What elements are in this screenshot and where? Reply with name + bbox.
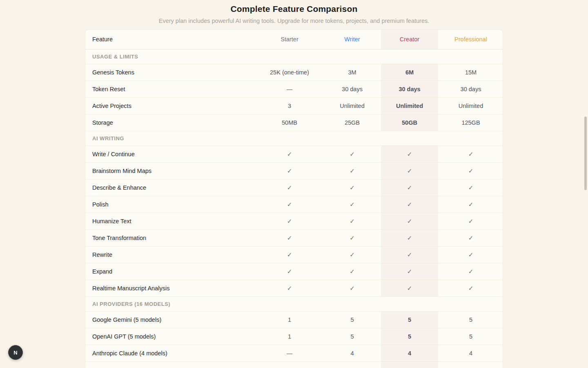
table-row: Write / Continue✓✓✓✓ — [85, 146, 503, 162]
table-row: Anthropic Claude (4 models)—444 — [85, 345, 503, 361]
feature-value-cell: 4 — [323, 345, 381, 361]
feature-value-cell: 125GB — [438, 114, 503, 131]
check-icon: ✓ — [350, 201, 355, 208]
feature-name — [85, 361, 256, 368]
feature-check-cell: ✓ — [438, 246, 503, 263]
feature-value-cell: 5 — [381, 328, 438, 345]
check-icon: ✓ — [468, 184, 474, 191]
feature-check-cell: ✓ — [323, 263, 381, 280]
feature-value-cell: 30 days — [323, 81, 381, 97]
feature-check-cell: ✓ — [438, 179, 503, 196]
feature-value-cell: 6M — [381, 64, 438, 81]
feature-comparison-table: Feature Starter Writer Creator Professio… — [85, 30, 503, 368]
check-icon: ✓ — [287, 150, 292, 157]
feature-check-cell: ✓ — [256, 246, 323, 263]
feature-check-cell: ✓ — [438, 229, 503, 246]
check-icon: ✓ — [350, 268, 355, 275]
feature-value-cell: 5 — [381, 311, 438, 328]
check-icon: ✓ — [350, 184, 355, 191]
feature-check-cell: ✓ — [438, 162, 503, 179]
feature-check-cell: ✓ — [381, 263, 438, 280]
feature-value-cell: Unlimited — [323, 97, 381, 114]
check-icon: ✓ — [287, 268, 292, 275]
feature-value-cell: 5 — [323, 311, 381, 328]
feature-check-cell: ✓ — [323, 246, 381, 263]
check-icon: ✓ — [407, 218, 412, 224]
table-row: Token Reset—30 days30 days30 days — [85, 81, 503, 97]
feature-value-cell: Unlimited — [438, 97, 503, 114]
feature-value-cell: 4 — [438, 345, 503, 361]
page-subtitle: Every plan includes powerful AI writing … — [0, 18, 588, 24]
plan-header-starter: Starter — [256, 30, 323, 49]
feature-check-cell: ✓ — [323, 146, 381, 162]
check-icon: ✓ — [407, 184, 412, 191]
feature-check-cell: ✓ — [256, 229, 323, 246]
feature-column-header: Feature — [85, 30, 256, 49]
feature-check-cell: ✓ — [256, 280, 323, 296]
check-icon: ✓ — [407, 167, 412, 174]
check-icon: ✓ — [287, 167, 292, 174]
feature-name: Active Projects — [85, 97, 256, 114]
feature-check-cell: ✓ — [381, 229, 438, 246]
check-icon: ✓ — [407, 268, 412, 275]
feature-check-cell: ✓ — [381, 246, 438, 263]
section-header-row: AI WRITING — [85, 131, 503, 146]
comparison-table-card: Feature Starter Writer Creator Professio… — [85, 29, 503, 368]
feature-value-cell: 3 — [256, 97, 323, 114]
feature-comparison-page: Complete Feature Comparison Every plan i… — [0, 0, 588, 368]
check-icon: ✓ — [468, 234, 474, 241]
feature-name: Anthropic Claude (4 models) — [85, 345, 256, 361]
plan-header-writer: Writer — [323, 30, 381, 49]
check-icon: ✓ — [350, 251, 355, 258]
table-row: OpenAI GPT (5 models)1555 — [85, 328, 503, 345]
feature-value-cell: 30 days — [438, 81, 503, 97]
feature-name: Rewrite — [85, 246, 256, 263]
feature-check-cell: ✓ — [323, 196, 381, 213]
feature-value-cell: 1 — [256, 311, 323, 328]
feature-name: Token Reset — [85, 81, 256, 97]
check-icon: ✓ — [287, 285, 292, 292]
feature-check-cell: ✓ — [323, 280, 381, 296]
feature-value-cell: 3M — [323, 64, 381, 81]
table-row: Polish✓✓✓✓ — [85, 196, 503, 213]
feature-check-cell: ✓ — [323, 179, 381, 196]
feature-check-cell: ✓ — [323, 213, 381, 229]
table-row: Brainstorm Mind Maps✓✓✓✓ — [85, 162, 503, 179]
table-row: Storage50MB25GB50GB125GB — [85, 114, 503, 131]
check-icon: ✓ — [407, 150, 412, 157]
feature-name: Genesis Tokens — [85, 64, 256, 81]
feature-check-cell: ✓ — [256, 162, 323, 179]
feature-check-cell: ✓ — [438, 263, 503, 280]
feature-value-cell — [438, 361, 503, 368]
page-scrollbar-thumb[interactable] — [584, 117, 587, 190]
floating-action-button[interactable]: N — [8, 345, 23, 360]
check-icon: ✓ — [407, 251, 412, 258]
table-body: USAGE & LIMITSGenesis Tokens25K (one-tim… — [85, 49, 503, 368]
table-row: Rewrite✓✓✓✓ — [85, 246, 503, 263]
check-icon: ✓ — [287, 201, 292, 208]
feature-value-cell: 5 — [323, 328, 381, 345]
floating-action-label: N — [13, 350, 17, 356]
feature-value-cell: Unlimited — [381, 97, 438, 114]
table-row: Describe & Enhance✓✓✓✓ — [85, 179, 503, 196]
feature-check-cell: ✓ — [256, 263, 323, 280]
check-icon: ✓ — [350, 285, 355, 292]
check-icon: ✓ — [407, 201, 412, 208]
page-header: Complete Feature Comparison Every plan i… — [0, 0, 588, 24]
feature-value-cell: — — [256, 345, 323, 361]
feature-name: Tone Transformation — [85, 229, 256, 246]
feature-check-cell: ✓ — [438, 280, 503, 296]
feature-check-cell: ✓ — [256, 146, 323, 162]
table-row: Genesis Tokens25K (one-time)3M6M15M — [85, 64, 503, 81]
check-icon: ✓ — [468, 268, 474, 275]
feature-check-cell: ✓ — [256, 213, 323, 229]
check-icon: ✓ — [350, 150, 355, 157]
feature-check-cell: ✓ — [438, 146, 503, 162]
check-icon: ✓ — [350, 167, 355, 174]
feature-check-cell: ✓ — [381, 196, 438, 213]
check-icon: ✓ — [287, 218, 292, 224]
table-row: Humanize Text✓✓✓✓ — [85, 213, 503, 229]
feature-name: OpenAI GPT (5 models) — [85, 328, 256, 345]
feature-name: Expand — [85, 263, 256, 280]
feature-check-cell: ✓ — [381, 162, 438, 179]
